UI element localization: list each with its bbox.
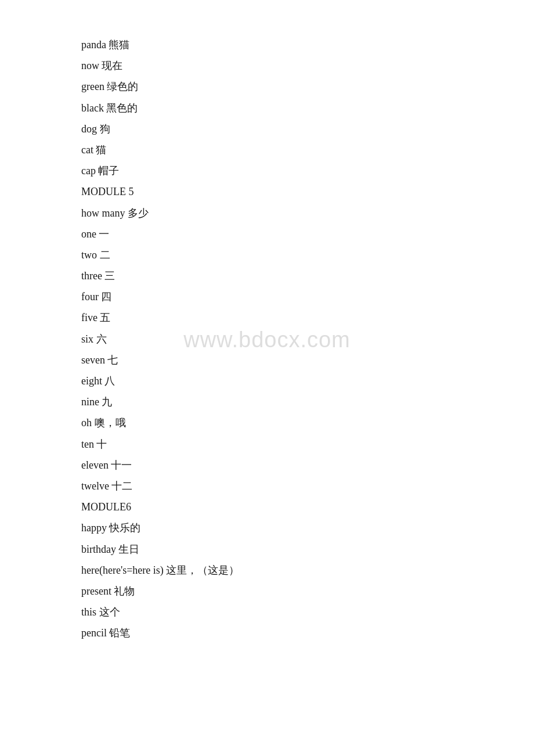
list-item: panda 熊猫	[81, 35, 534, 55]
list-item: nine 九	[81, 392, 534, 412]
list-item: how many 多少	[81, 203, 534, 223]
list-item: six 六	[81, 329, 534, 349]
list-item: eight 八	[81, 371, 534, 391]
list-item: this 这个	[81, 602, 534, 622]
list-item: cap 帽子	[81, 161, 534, 181]
list-item: MODULE 5	[81, 182, 534, 201]
list-item: MODULE6	[81, 497, 534, 517]
list-item: here(here's=here is) 这里，（这是）	[81, 560, 534, 580]
list-item: seven 七	[81, 350, 534, 370]
list-item: two 二	[81, 245, 534, 265]
list-item: oh 噢，哦	[81, 413, 534, 433]
list-item: eleven 十一	[81, 455, 534, 475]
list-item: ten 十	[81, 434, 534, 454]
list-item: present 礼物	[81, 581, 534, 601]
word-list: panda 熊猫now 现在green 绿色的 black 黑色的dog 狗ca…	[81, 35, 534, 643]
list-item: twelve 十二	[81, 476, 534, 496]
list-item: birthday 生日	[81, 539, 534, 559]
list-item: four 四	[81, 287, 534, 307]
list-item: now 现在	[81, 56, 534, 75]
list-item: dog 狗	[81, 119, 534, 139]
list-item: cat 猫	[81, 140, 534, 160]
list-item: green 绿色的	[81, 77, 534, 96]
list-item: five 五	[81, 308, 534, 327]
list-item: black 黑色的	[81, 98, 534, 118]
main-content: www.bdocx.com panda 熊猫now 现在green 绿色的 bl…	[0, 0, 534, 679]
list-item: three 三	[81, 266, 534, 286]
list-item: one 一	[81, 224, 534, 244]
list-item: happy 快乐的	[81, 518, 534, 538]
list-item: pencil 铅笔	[81, 623, 534, 643]
